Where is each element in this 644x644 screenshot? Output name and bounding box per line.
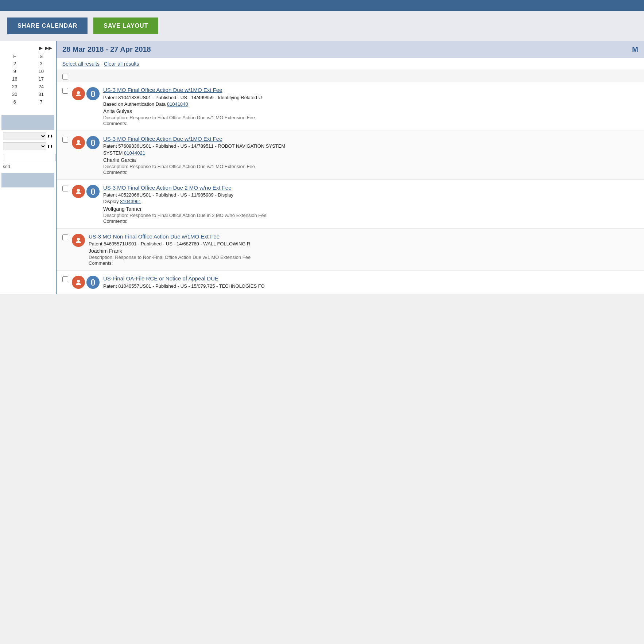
person-icon[interactable] <box>72 185 85 198</box>
patent-link[interactable]: 81044021 <box>124 150 145 156</box>
save-layout-button[interactable]: SAVE LAYOUT <box>93 18 158 34</box>
event-icons <box>72 234 85 247</box>
calendar-grid: F S 2391016172324303167 <box>1 53 54 106</box>
event-description: Description: Response to Final Office Ac… <box>103 213 638 218</box>
event-checkbox[interactable] <box>62 276 68 282</box>
event-details: US-3 MO Final Office Action Due w/1MO Ex… <box>103 135 638 175</box>
event-item: US-Final OA-File RCE or Notice of Appeal… <box>57 271 644 294</box>
event-checkbox[interactable] <box>62 186 68 191</box>
sidebar-closed-label: sed <box>1 163 54 171</box>
sidebar-select-2[interactable] <box>3 142 46 150</box>
event-description: Description: Response to Non-Final Offic… <box>89 255 638 260</box>
sidebar-blue-box-2 <box>1 173 54 187</box>
event-item: US-3 MO Non-Final Office Action Due w/1M… <box>57 229 644 271</box>
sidebar-spinner-1: ⬆⬇ <box>47 134 53 138</box>
date-range-header: 28 Mar 2018 - 27 Apr 2018 M <box>57 41 644 58</box>
event-details: US-3 MO Final Office Action Due 2 MO w/n… <box>103 184 638 224</box>
event-title[interactable]: US-3 MO Final Office Action Due w/1MO Ex… <box>103 86 638 94</box>
main-content: 28 Mar 2018 - 27 Apr 2018 M Select all r… <box>57 41 644 294</box>
event-description: Description: Response to Final Office Ac… <box>103 115 638 120</box>
attachment-icon[interactable] <box>86 136 100 149</box>
event-description: Description: Response to Final Office Ac… <box>103 164 638 169</box>
event-title[interactable]: US-3 MO Final Office Action Due 2 MO w/n… <box>103 184 638 191</box>
svg-point-0 <box>77 91 80 94</box>
event-icons <box>72 185 100 198</box>
svg-point-2 <box>77 189 80 192</box>
sidebar-text-input[interactable] <box>3 154 56 161</box>
event-comments: Comments: <box>89 260 638 266</box>
event-checkbox[interactable] <box>62 88 68 94</box>
sidebar-blue-box-1 <box>1 115 54 130</box>
event-patent: Patent 57609336US01 - Published - US - 1… <box>103 143 638 156</box>
nav-forward-button[interactable]: ▶ <box>39 45 43 51</box>
event-item: US-3 MO Final Office Action Due w/1MO Ex… <box>57 131 644 180</box>
calendar-day[interactable]: 10 <box>28 67 55 75</box>
svg-point-1 <box>77 140 80 143</box>
select-all-link[interactable]: Select all results <box>62 61 100 67</box>
toolbar: SHARE CALENDAR SAVE LAYOUT <box>0 11 644 41</box>
event-list: US-3 MO Final Office Action Due w/1MO Ex… <box>57 82 644 294</box>
clear-all-link[interactable]: Clear all results <box>104 61 139 67</box>
event-item: US-3 MO Final Office Action Due w/1MO Ex… <box>57 82 644 131</box>
person-icon[interactable] <box>72 234 85 247</box>
event-assignee: Wolfgang Tanner <box>103 206 638 212</box>
calendar-day[interactable]: 2 <box>1 60 28 67</box>
calendar-day[interactable]: 6 <box>1 98 28 106</box>
date-range-right: M <box>632 45 638 54</box>
calendar-day[interactable]: 17 <box>28 75 55 83</box>
event-checkbox[interactable] <box>62 234 68 240</box>
event-assignee: Charlie Garcia <box>103 157 638 163</box>
event-patent: Patent 40522066US01 - Published - US - 1… <box>103 192 638 205</box>
calendar-day[interactable]: 30 <box>1 90 28 98</box>
event-title[interactable]: US-3 MO Final Office Action Due w/1MO Ex… <box>103 135 638 143</box>
attachment-icon[interactable] <box>86 185 100 198</box>
calendar-day[interactable]: 9 <box>1 67 28 75</box>
sidebar-dropdown-2: ⬆⬇ <box>3 142 53 150</box>
patent-link[interactable]: 81041840 <box>167 101 188 107</box>
calendar-nav: ▶ ▶▶ <box>1 44 54 53</box>
calendar-day[interactable]: 23 <box>1 83 28 90</box>
top-bar <box>0 0 644 11</box>
attachment-icon[interactable] <box>86 276 100 289</box>
event-title[interactable]: US-3 MO Non-Final Office Action Due w/1M… <box>89 233 638 240</box>
calendar-day[interactable]: 7 <box>28 98 55 106</box>
calendar-day[interactable]: 16 <box>1 75 28 83</box>
event-details: US-3 MO Final Office Action Due w/1MO Ex… <box>103 86 638 126</box>
event-comments: Comments: <box>103 121 638 126</box>
event-details: US-3 MO Non-Final Office Action Due w/1M… <box>89 233 638 266</box>
sidebar-spinner-2: ⬆⬇ <box>47 144 53 148</box>
svg-point-3 <box>77 238 80 241</box>
event-patent: Patent 81041838US01 - Published - US - 1… <box>103 94 638 108</box>
event-icons <box>72 87 100 100</box>
calendar-header-s: S <box>28 53 55 60</box>
event-assignee: Joachim Frank <box>89 248 638 254</box>
event-patent: Patent 54695571US01 - Published - US - 1… <box>89 241 638 247</box>
patent-link[interactable]: 81043961 <box>120 199 141 204</box>
sidebar: ▶ ▶▶ F S 2391016172324303167 ⬆⬇ <box>0 41 57 294</box>
event-comments: Comments: <box>103 218 638 224</box>
results-controls: Select all results Clear all results <box>57 58 644 70</box>
event-details: US-Final OA-File RCE or Notice of Appeal… <box>103 275 638 290</box>
select-all-row <box>57 70 644 82</box>
share-calendar-button[interactable]: SHARE CALENDAR <box>7 18 88 34</box>
calendar-day[interactable]: 3 <box>28 60 55 67</box>
select-all-checkbox[interactable] <box>62 74 68 79</box>
calendar-day[interactable]: 24 <box>28 83 55 90</box>
event-icons <box>72 276 100 289</box>
person-icon[interactable] <box>72 87 85 100</box>
nav-fast-forward-button[interactable]: ▶▶ <box>45 45 52 51</box>
svg-point-4 <box>77 280 80 283</box>
attachment-icon[interactable] <box>86 87 100 100</box>
person-icon[interactable] <box>72 276 85 289</box>
event-title[interactable]: US-Final OA-File RCE or Notice of Appeal… <box>103 275 638 282</box>
sidebar-select-1[interactable] <box>3 132 46 140</box>
person-icon[interactable] <box>72 136 85 149</box>
event-assignee: Anita Gulyas <box>103 108 638 114</box>
event-item: US-3 MO Final Office Action Due 2 MO w/n… <box>57 180 644 229</box>
calendar-day[interactable]: 31 <box>28 90 55 98</box>
event-comments: Comments: <box>103 170 638 175</box>
event-patent: Patent 81040557US01 - Published - US - 1… <box>103 283 638 290</box>
event-icons <box>72 136 100 149</box>
sidebar-dropdown-1: ⬆⬇ <box>3 132 53 140</box>
event-checkbox[interactable] <box>62 137 68 143</box>
